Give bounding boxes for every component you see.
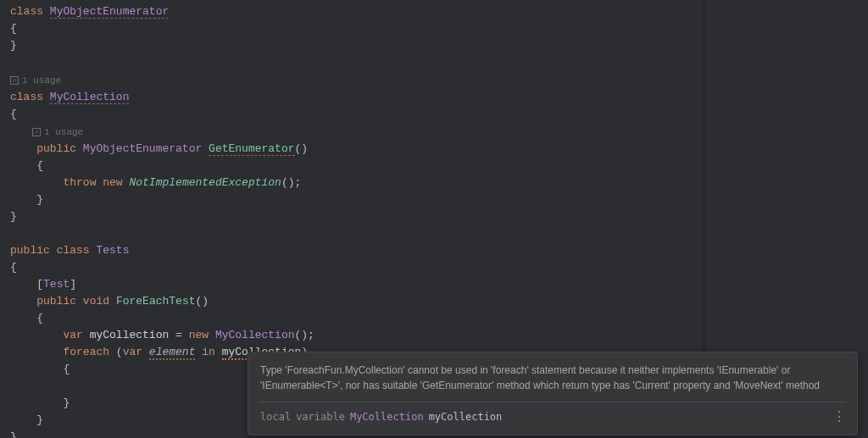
tooltip-divider — [260, 402, 845, 402]
keyword-public: public — [36, 295, 76, 308]
tooltip-varname: myCollection — [429, 409, 503, 424]
usage-count: 1 usage — [22, 72, 61, 89]
brace-open: { — [10, 108, 17, 120]
parens-semi: (); — [281, 176, 301, 189]
attribute-test[interactable]: Test — [43, 278, 70, 291]
usage-hint[interactable]: ↗1 usage — [10, 72, 61, 89]
brace-open: { — [10, 261, 17, 274]
parens: () — [196, 295, 209, 308]
keyword-var: var — [123, 346, 142, 358]
brace-close: } — [63, 396, 70, 409]
usage-icon: ↗ — [32, 128, 41, 136]
brace-open: { — [63, 363, 70, 375]
keyword-public: public — [36, 142, 76, 155]
brace-open: { — [36, 312, 43, 324]
keyword-new: new — [189, 329, 209, 341]
variable-mycollection[interactable]: myCollection — [90, 329, 170, 341]
tooltip-type: MyCollection — [350, 409, 424, 424]
variable-element[interactable]: element — [149, 346, 196, 360]
paren-open: ( — [109, 346, 123, 358]
keyword-foreach: foreach — [63, 346, 109, 358]
exception-type[interactable]: NotImplementedException — [129, 176, 281, 189]
brace-close: } — [10, 39, 17, 52]
equals: = — [169, 329, 188, 341]
error-tooltip: Type 'ForeachFun.MyCollection' cannot be… — [248, 352, 858, 435]
keyword-var: var — [63, 329, 82, 341]
keyword-class: class — [10, 5, 43, 18]
brace-close: } — [10, 210, 17, 223]
keyword-in: in — [202, 346, 215, 358]
tooltip-local: local — [260, 409, 291, 424]
keyword-class: class — [10, 91, 43, 103]
brace-close: } — [36, 193, 43, 206]
brace-close: } — [10, 430, 17, 438]
method-foreachtest[interactable]: ForeEachTest — [116, 295, 196, 308]
attr-bracket: [ — [36, 278, 43, 291]
tooltip-error-text: Type 'ForeachFun.MyCollection' cannot be… — [260, 363, 845, 393]
parens-semi: (); — [295, 329, 314, 341]
brace-open: { — [10, 22, 17, 35]
type-tests[interactable]: Tests — [96, 244, 129, 257]
keyword-class: class — [57, 244, 90, 257]
brace-open: { — [36, 159, 43, 172]
attr-bracket: ] — [70, 278, 76, 291]
type-name-mycollection[interactable]: MyCollection — [50, 91, 130, 104]
type-name-myobjectenumerator[interactable]: MyObjectEnumerator — [50, 5, 169, 19]
tooltip-variable: variable — [296, 409, 345, 424]
usage-hint[interactable]: ↗1 usage — [10, 124, 83, 141]
keyword-void: void — [83, 295, 109, 308]
method-getenumerator[interactable]: GetEnumerator — [209, 142, 294, 156]
usage-icon: ↗ — [10, 76, 19, 85]
usage-count: 1 usage — [44, 124, 83, 141]
more-actions-icon[interactable]: ⋮ — [832, 413, 845, 421]
keyword-public: public — [10, 244, 50, 257]
return-type[interactable]: MyObjectEnumerator — [83, 142, 202, 155]
brace-close: } — [36, 413, 43, 426]
tooltip-symbol-info: local variable MyCollection myCollection… — [260, 409, 845, 424]
type-mycollection[interactable]: MyCollection — [215, 329, 295, 341]
parens: () — [295, 142, 309, 155]
keyword-new: new — [103, 176, 122, 189]
keyword-throw: throw — [63, 176, 96, 189]
